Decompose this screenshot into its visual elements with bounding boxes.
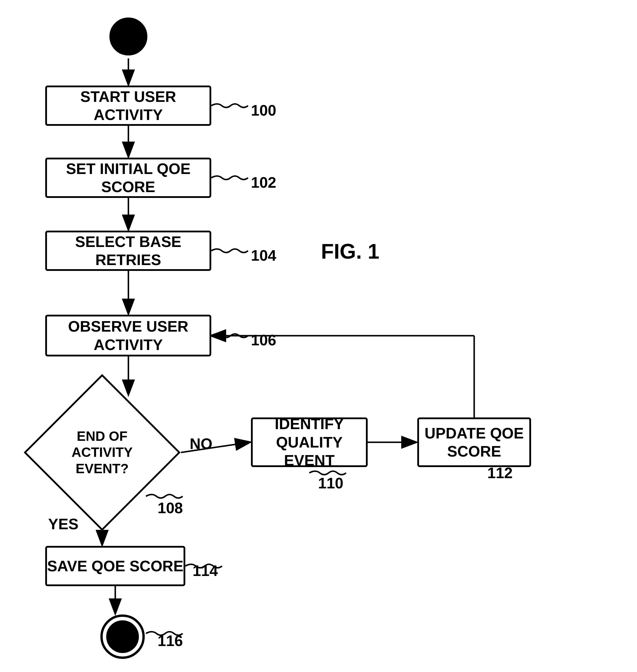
end-terminal-inner <box>106 620 139 653</box>
diamond-end-of-activity: END OF ACTIVITY EVENT? <box>23 397 181 508</box>
ref-104: 104 <box>251 247 276 264</box>
box-save-qoe-score: SAVE QOE SCORE <box>45 546 185 586</box>
ref-114: 114 <box>193 562 218 580</box>
box-start-user-activity: START USER ACTIVITY <box>45 86 211 126</box>
ref-116: 116 <box>158 632 183 650</box>
end-terminal-outer <box>101 615 145 659</box>
box-observe-user-activity: OBSERVE USER ACTIVITY <box>45 315 211 356</box>
ref-112: 112 <box>487 464 513 482</box>
ref-110: 110 <box>318 474 343 492</box>
box-identify-quality-event: IDENTIFY QUALITY EVENT <box>251 418 368 467</box>
diagram-container: START USER ACTIVITY SET INITIAL QOE SCOR… <box>0 0 637 672</box>
ref-108: 108 <box>158 499 183 517</box>
box-set-initial-qoe-score: SET INITIAL QOE SCORE <box>45 158 211 198</box>
ref-102: 102 <box>251 174 276 191</box>
box-update-qoe-score: UPDATE QOE SCORE <box>417 418 531 467</box>
box-select-base-retries: SELECT BASE RETRIES <box>45 231 211 271</box>
start-terminal <box>109 18 147 55</box>
yes-label: YES <box>48 515 78 533</box>
fig-label: FIG. 1 <box>321 240 379 263</box>
ref-100: 100 <box>251 102 276 119</box>
diamond-text: END OF ACTIVITY EVENT? <box>55 428 149 477</box>
no-label: NO <box>190 435 213 453</box>
ref-106: 106 <box>251 331 276 349</box>
